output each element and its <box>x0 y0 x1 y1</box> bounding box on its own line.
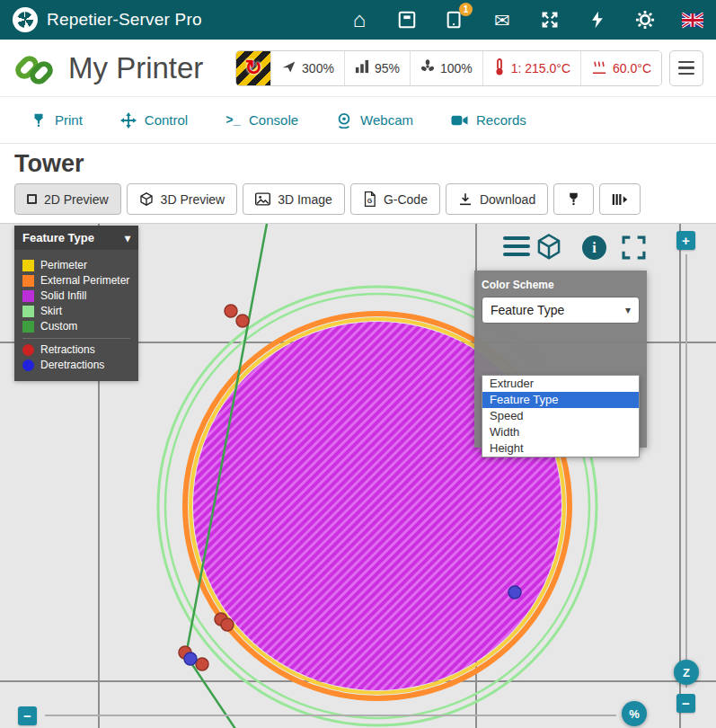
image-icon <box>255 192 270 206</box>
option-extruder[interactable]: Extruder <box>482 376 639 392</box>
tab-records[interactable]: Records <box>451 112 526 128</box>
progress-slider-track[interactable] <box>45 715 616 716</box>
legend-divider <box>22 338 130 339</box>
preview-cube-icon[interactable] <box>535 233 562 265</box>
swatch <box>22 260 34 271</box>
tab-webcam-label: Webcam <box>360 112 413 128</box>
preview-area: Feature Type ▾ Perimeter External Perime… <box>0 223 716 728</box>
view-2d-preview-button[interactable]: 2D Preview <box>14 183 121 215</box>
fan-icon <box>420 59 435 76</box>
legend-header[interactable]: Feature Type ▾ <box>14 226 138 250</box>
printer-header: My Printer ↻ 300% 95% <box>0 40 716 97</box>
fan-speed-button[interactable]: 100% <box>410 51 482 85</box>
legend-item-solid-infill: Solid Infill <box>22 289 130 302</box>
option-feature-type[interactable]: Feature Type <box>482 392 639 408</box>
notification-badge: 1 <box>459 3 473 16</box>
swatch <box>22 275 34 287</box>
job-title: Tower <box>14 150 84 178</box>
printer-name: My Printer <box>68 51 203 85</box>
legend-title: Feature Type <box>22 231 94 244</box>
view-gcode-button[interactable]: G G-Code <box>350 183 440 215</box>
tab-webcam[interactable]: Webcam <box>336 112 413 129</box>
tab-print[interactable]: Print <box>31 112 83 129</box>
tab-print-label: Print <box>55 112 83 128</box>
navbar-icons: ⌂ 1 ✉ <box>349 9 703 31</box>
layer-slider-track[interactable] <box>685 254 687 688</box>
preview-fullscreen-icon[interactable] <box>622 235 646 263</box>
gcode-file-icon: G <box>363 191 376 207</box>
printer-status-bar: ↻ 300% 95% <box>235 50 662 86</box>
power-bolt-icon[interactable] <box>587 9 608 31</box>
speed-multiplier-button[interactable]: 300% <box>270 51 344 85</box>
print-nozzle-icon <box>31 112 47 129</box>
swatch <box>22 360 34 371</box>
hamburger-icon <box>678 61 694 64</box>
view-3d-preview-button[interactable]: 3D Preview <box>127 183 238 215</box>
thermometer-icon <box>493 58 506 78</box>
download-icon <box>458 192 473 207</box>
view-switcher: 2D Preview 3D Preview 3D Image <box>0 183 716 223</box>
console-icon: >_ <box>225 113 241 128</box>
swatch <box>22 290 34 302</box>
mail-icon[interactable]: ✉ <box>491 9 513 31</box>
flow-multiplier-button[interactable]: 95% <box>344 51 410 85</box>
cube-icon <box>139 191 154 207</box>
preview-menu-icon[interactable] <box>503 236 530 256</box>
color-scheme-label: Color Scheme <box>474 271 647 295</box>
speed-icon <box>281 59 296 77</box>
printer-menu-button[interactable] <box>669 50 703 86</box>
view-3d-image-button[interactable]: 3D Image <box>243 183 345 215</box>
square-icon <box>27 194 37 204</box>
option-speed[interactable]: Speed <box>482 408 639 424</box>
printer-link-icon <box>13 47 56 90</box>
layer-down-button[interactable]: − <box>676 694 695 713</box>
tab-control[interactable]: Control <box>120 112 188 129</box>
extruder-temperature-button[interactable]: 1: 215.0°C <box>482 51 580 85</box>
app-title: Repetier-Server Pro <box>47 10 202 30</box>
legend-collapse-icon[interactable]: ▾ <box>125 232 130 244</box>
tab-console[interactable]: >_ Console <box>225 112 298 128</box>
option-height[interactable]: Height <box>482 440 639 457</box>
heated-bed-icon <box>591 59 607 77</box>
brand-home-link[interactable]: Repetier-Server Pro <box>13 7 202 32</box>
layer-up-button[interactable]: + <box>676 231 695 250</box>
expand-arrows-icon[interactable] <box>539 9 561 31</box>
view-nozzle-button[interactable] <box>553 183 594 215</box>
layer-bars-icon <box>612 192 628 207</box>
fan-value: 100% <box>440 61 473 75</box>
flow-icon <box>355 59 369 76</box>
devices-icon[interactable]: 1 <box>444 9 465 31</box>
chevron-down-icon: ▾ <box>625 304 631 316</box>
nozzle-icon <box>566 191 581 207</box>
legend-item-perimeter: Perimeter <box>22 259 130 271</box>
top-navbar: Repetier-Server Pro ⌂ 1 ✉ <box>0 0 716 40</box>
layer-slider-handle[interactable]: Z <box>674 660 699 685</box>
printer-list-icon[interactable] <box>396 9 418 31</box>
color-scheme-selected-value: Feature Type <box>491 303 564 317</box>
legend-item-retractions: Retractions <box>22 343 130 356</box>
svg-text:G: G <box>367 198 373 205</box>
legend-panel: Feature Type ▾ Perimeter External Perime… <box>14 226 138 381</box>
home-icon[interactable]: ⌂ <box>349 9 370 31</box>
extruder-temperature-value: 1: 215.0°C <box>511 61 570 75</box>
app-root: Repetier-Server Pro ⌂ 1 ✉ <box>0 0 716 728</box>
color-scheme-select[interactable]: Feature Type ▾ <box>482 297 640 324</box>
swatch <box>22 306 34 317</box>
view-download-button[interactable]: Download <box>446 183 548 215</box>
preview-info-icon[interactable]: i <box>582 235 606 260</box>
emergency-stop-icon: ↻ <box>244 58 261 78</box>
progress-down-button[interactable]: − <box>18 706 37 725</box>
repetier-logo-icon <box>13 7 38 32</box>
webcam-icon <box>336 112 352 129</box>
legend-item-custom: Custom <box>22 320 130 333</box>
gear-icon[interactable] <box>634 9 656 31</box>
emergency-stop-button[interactable]: ↻ <box>236 51 270 85</box>
option-width[interactable]: Width <box>482 424 639 440</box>
progress-slider-handle[interactable]: % <box>622 701 647 726</box>
view-layers-button[interactable] <box>599 183 641 215</box>
tab-console-label: Console <box>249 112 298 128</box>
language-flag-uk-icon[interactable] <box>682 9 703 31</box>
color-scheme-options-list: Extruder Feature Type Speed Width Height <box>482 375 640 457</box>
color-scheme-panel: Color Scheme Feature Type ▾ Extruder Fea… <box>474 271 647 448</box>
bed-temperature-button[interactable]: 60.0°C <box>580 51 661 85</box>
